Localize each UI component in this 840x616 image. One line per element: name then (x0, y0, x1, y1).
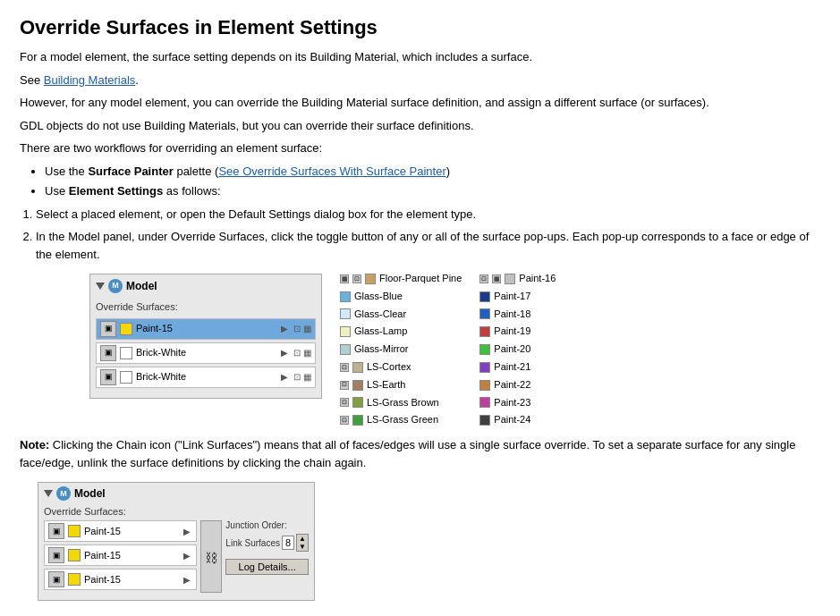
override-label-2: Override Surfaces: (44, 506, 309, 517)
paint-name-2: Paint-18 (494, 306, 530, 324)
surface-row-2[interactable]: ▣ Brick-White ▶ ⊡ ▦ (96, 367, 316, 388)
surface-name-1: Brick-White (136, 345, 277, 360)
surface-options-1[interactable]: ⊡ ▦ (293, 346, 311, 359)
model-panel-1: M Model Override Surfaces: ▣ Paint-15 ▶ … (89, 274, 322, 399)
para-5: There are two workflows for overriding a… (20, 139, 820, 157)
log-details-button[interactable]: Log Details... (225, 559, 309, 575)
link-surfaces-label: Link Surfaces (225, 538, 280, 548)
mat-name-0: Floor-Parquet Pine (379, 270, 462, 288)
surface-dropdown-0[interactable]: ▶ (281, 322, 290, 335)
paint-row-8: Paint-24 (479, 411, 556, 429)
surface-row2-1[interactable]: ▣ Paint-15 ▶ (44, 544, 197, 566)
page-title: Override Surfaces in Element Settings (20, 16, 820, 39)
surface-options-2[interactable]: ⊡ ▦ (293, 370, 311, 384)
mat-color-7 (352, 397, 363, 408)
mat-color-5 (352, 362, 363, 373)
scroll-controls[interactable]: ▲ ▼ (296, 534, 309, 552)
collapse-icon-2[interactable] (44, 490, 53, 497)
mat-name-6: LS-Earth (367, 376, 405, 394)
mat-color-4 (340, 344, 351, 355)
paint-name-5: Paint-21 (494, 359, 530, 376)
bullet-1: Use the Surface Painter palette (See Ove… (45, 163, 820, 181)
building-materials-link[interactable]: Building Materials (44, 73, 136, 87)
paint-row-4: Paint-20 (479, 341, 556, 359)
junction-number: 8 (282, 536, 294, 550)
paint-list: ⊡ ▦ Paint-16 Paint-17 Paint-18 Paint-19 (479, 270, 556, 429)
surface-name2-2: Paint-15 (84, 574, 180, 585)
override-label: Override Surfaces: (96, 300, 316, 315)
surface-color2-2 (68, 573, 81, 586)
paint-icon-0b: ▦ (492, 274, 501, 283)
para-2-prefix: See (20, 73, 44, 87)
surface-toggle-icon-2[interactable]: ▣ (100, 369, 116, 385)
paint-icon-0: ⊡ (479, 274, 488, 283)
surface-toggle-icon-0[interactable]: ▣ (100, 321, 116, 337)
surface-color2-0 (68, 525, 81, 537)
paint-color-5 (479, 362, 490, 373)
paint-row-6: Paint-22 (479, 376, 556, 394)
paint-name-1: Paint-17 (494, 288, 530, 306)
paint-color-2 (479, 308, 490, 319)
mat-icon-5: ⊡ (340, 363, 349, 372)
surface-dropdown-1[interactable]: ▶ (281, 346, 290, 359)
paint-color-4 (479, 344, 490, 355)
surface-options-0[interactable]: ⊡ ▦ (293, 322, 311, 335)
mat-name-3: Glass-Lamp (354, 323, 407, 341)
chain-icon[interactable]: ⛓ (204, 552, 218, 562)
note-text: Clicking the Chain icon ("Link Surfaces"… (20, 438, 795, 469)
mat-row-6: ⊡ LS-Earth (340, 376, 462, 394)
mat-row-8: ⊡ LS-Grass Green (340, 411, 462, 429)
mat-row-2: Glass-Clear (340, 306, 462, 324)
mat-name-4: Glass-Mirror (354, 341, 409, 359)
surface-toggle2-0[interactable]: ▣ (48, 523, 64, 539)
paint-row-2: Paint-18 (479, 306, 556, 324)
surface-painter-link[interactable]: See Override Surfaces With Surface Paint… (218, 165, 445, 178)
model-icon-2: M (56, 486, 71, 501)
surface-color-0 (120, 323, 132, 335)
junction-order-label: Junction Order: (225, 520, 309, 530)
material-list: ▦ ⊡ Floor-Parquet Pine Glass-Blue Glass-… (340, 270, 462, 429)
surface-dropdown2-0[interactable]: ▶ (183, 527, 192, 536)
paint-row-5: Paint-21 (479, 359, 556, 376)
para-3: However, for any model element, you can … (20, 94, 820, 112)
mat-icon-6: ⊡ (340, 381, 349, 390)
mat-name-7: LS-Grass Brown (367, 394, 439, 412)
mat-color-6 (352, 380, 363, 391)
collapse-icon[interactable] (96, 283, 105, 290)
surface-toggle2-1[interactable]: ▣ (48, 547, 64, 563)
paint-name-0: Paint-16 (519, 270, 556, 288)
mat-row-0: ▦ ⊡ Floor-Parquet Pine (340, 270, 462, 288)
surface-color2-1 (68, 549, 81, 561)
surface-toggle2-2[interactable]: ▣ (48, 571, 64, 587)
mat-icon-0: ▦ (340, 274, 349, 283)
mat-row-7: ⊡ LS-Grass Brown (340, 394, 462, 412)
mat-icon-8: ⊡ (340, 416, 349, 425)
surface-dropdown2-1[interactable]: ▶ (183, 551, 192, 561)
mat-name-5: LS-Cortex (367, 359, 412, 376)
surface-dropdown-2[interactable]: ▶ (281, 370, 290, 384)
model-panel-title: M Model (96, 278, 316, 294)
surface-row-0[interactable]: ▣ Paint-15 ▶ ⊡ ▦ (96, 318, 316, 340)
paint-row-3: Paint-19 (479, 323, 556, 341)
model-icon: M (108, 279, 123, 293)
mat-icon-0b: ⊡ (352, 274, 361, 283)
scroll-up[interactable]: ▲ (297, 535, 308, 543)
paint-color-8 (479, 415, 490, 426)
scroll-down[interactable]: ▼ (297, 543, 308, 551)
note-label: Note: (20, 438, 49, 451)
paint-name-7: Paint-23 (494, 394, 530, 412)
model-label: Model (126, 278, 157, 294)
surface-name2-1: Paint-15 (84, 550, 180, 561)
mat-row-5: ⊡ LS-Cortex (340, 359, 462, 376)
surface-row-1[interactable]: ▣ Brick-White ▶ ⊡ ▦ (96, 342, 316, 364)
surface-color-1 (120, 347, 132, 359)
surface-dropdown2-2[interactable]: ▶ (183, 575, 192, 585)
mat-color-1 (340, 291, 351, 302)
surface-row2-0[interactable]: ▣ Paint-15 ▶ (44, 520, 197, 542)
paint-name-3: Paint-19 (494, 323, 530, 341)
surface-toggle-icon-1[interactable]: ▣ (100, 345, 116, 361)
mat-row-3: Glass-Lamp (340, 323, 462, 341)
paint-name-6: Paint-22 (494, 376, 530, 394)
surface-row2-2[interactable]: ▣ Paint-15 ▶ (44, 569, 197, 590)
mat-row-4: Glass-Mirror (340, 341, 462, 359)
